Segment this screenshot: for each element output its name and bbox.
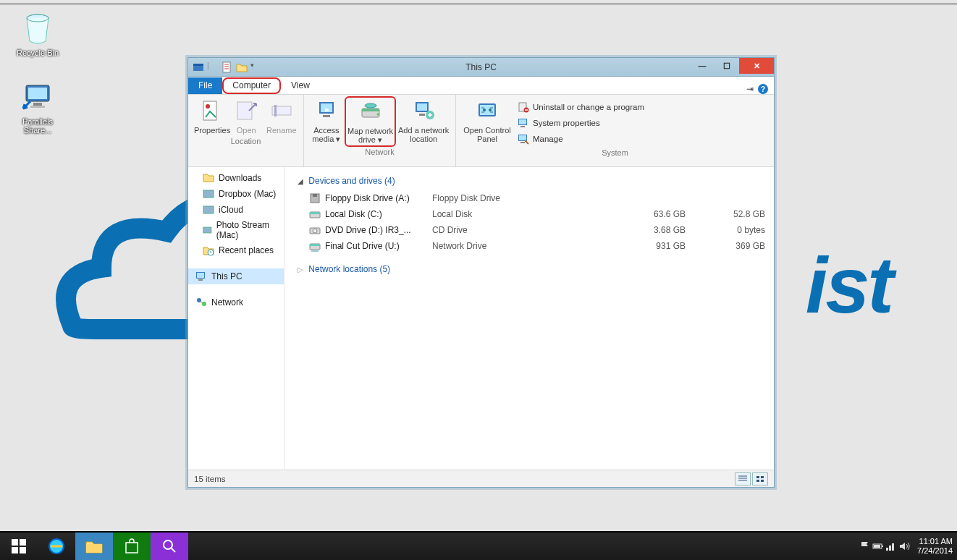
- nav-network[interactable]: Network: [188, 294, 284, 310]
- minimize-ribbon-icon[interactable]: ⇥: [746, 84, 754, 94]
- system-properties-button[interactable]: System properties: [515, 116, 646, 130]
- properties-button[interactable]: Properties: [194, 98, 227, 135]
- folder-icon: [203, 224, 212, 236]
- tab-file[interactable]: File: [188, 77, 222, 94]
- clock-time: 11:01 AM: [917, 537, 953, 546]
- uninstall-program-button[interactable]: Uninstall or change a program: [515, 100, 646, 114]
- nav-downloads[interactable]: Downloads: [188, 170, 284, 186]
- view-details-button[interactable]: [735, 472, 751, 485]
- nav-dropbox[interactable]: Dropbox (Mac): [188, 186, 284, 202]
- this-pc-icon: [195, 271, 207, 282]
- svg-rect-70: [886, 548, 888, 551]
- svg-rect-48: [313, 194, 317, 197]
- help-icon[interactable]: ?: [758, 84, 768, 94]
- group-netloc-header[interactable]: ▷ Network locations (5): [293, 261, 765, 279]
- tab-computer[interactable]: Computer: [222, 77, 281, 94]
- drive-size: 63.6 GB: [606, 209, 686, 219]
- explorer-window: | ▾ This PC — ☐ ✕ File Computer View ⇥: [187, 57, 775, 488]
- taskbar-store[interactable]: [113, 533, 151, 560]
- label: Uninstall or change a program: [533, 103, 644, 111]
- svg-rect-58: [761, 480, 764, 482]
- taskbar-clock[interactable]: 11:01 AM 7/24/2014: [911, 537, 953, 556]
- svg-point-66: [164, 540, 172, 549]
- open-button[interactable]: Open: [230, 98, 263, 135]
- nav-recent[interactable]: Recent places: [188, 242, 284, 258]
- svg-point-27: [483, 109, 486, 111]
- start-button[interactable]: [0, 533, 38, 560]
- open-control-panel-button[interactable]: Open Control Panel: [462, 98, 513, 143]
- svg-rect-72: [892, 543, 894, 551]
- svg-rect-40: [203, 227, 211, 233]
- svg-rect-50: [310, 212, 320, 214]
- nav-icloud[interactable]: iCloud: [188, 202, 284, 218]
- desktop-icon-parallels[interactable]: Parallels Share...: [9, 80, 67, 135]
- tray-volume-icon[interactable]: [898, 540, 910, 552]
- drive-row[interactable]: DVD Drive (D:) IR3_... CD Drive 3.68 GB …: [293, 222, 765, 238]
- svg-rect-39: [203, 206, 214, 213]
- svg-rect-54: [310, 244, 320, 246]
- maximize-button[interactable]: ☐: [714, 58, 739, 74]
- tab-view[interactable]: View: [281, 77, 320, 94]
- status-bar: 15 items: [188, 470, 774, 487]
- ribbon: Properties Open Rename Location: [188, 95, 774, 167]
- titlebar[interactable]: | ▾ This PC — ☐ ✕: [188, 58, 774, 77]
- desktop-icon-recycle-bin[interactable]: Recycle Bin: [9, 11, 67, 57]
- map-network-drive-button[interactable]: Map network drive ▾: [345, 96, 397, 147]
- taskbar-explorer[interactable]: [75, 533, 113, 560]
- ribbon-group-location: Properties Open Rename Location: [188, 95, 304, 166]
- taskbar-search[interactable]: [151, 533, 188, 560]
- svg-rect-23: [419, 114, 425, 116]
- tray-flag-icon[interactable]: [859, 540, 871, 552]
- group-label: Network: [310, 145, 450, 156]
- desktop-icon-label: Parallels Share...: [9, 117, 67, 135]
- label: Properties: [194, 126, 227, 135]
- ribbon-group-system: Open Control Panel Uninstall or change a…: [456, 95, 774, 166]
- drive-free: 0 bytes: [686, 225, 765, 235]
- taskbar: 11:01 AM 7/24/2014: [0, 531, 957, 560]
- svg-rect-56: [761, 476, 764, 478]
- drive-free: 369 GB: [686, 241, 765, 251]
- drive-row[interactable]: Local Disk (C:) Local Disk 63.6 GB 52.8 …: [293, 206, 765, 222]
- group-devices-header[interactable]: ◢ Devices and drives (4): [293, 173, 765, 190]
- label: Photo Stream (Mac): [216, 220, 278, 240]
- access-media-button[interactable]: Access media ▾: [310, 98, 343, 144]
- view-icons-button[interactable]: [752, 472, 768, 485]
- label: System properties: [533, 119, 600, 127]
- nav-this-pc[interactable]: This PC: [188, 268, 284, 284]
- drive-name: Final Cut Drive (U:): [325, 241, 432, 251]
- svg-rect-22: [417, 103, 427, 111]
- tray-network-icon[interactable]: [885, 540, 897, 552]
- label: Add a network location: [397, 126, 450, 143]
- floppy-icon: [309, 192, 321, 204]
- add-network-location-button[interactable]: Add a network location: [397, 98, 450, 143]
- svg-rect-43: [197, 273, 204, 278]
- network-icon: [195, 297, 207, 308]
- nav-photostream[interactable]: Photo Stream (Mac): [188, 218, 284, 242]
- search-icon: [161, 538, 177, 554]
- label: Dropbox (Mac): [219, 189, 276, 199]
- rename-button[interactable]: Rename: [266, 98, 298, 135]
- manage-button[interactable]: Manage: [515, 132, 646, 146]
- close-button[interactable]: ✕: [739, 58, 774, 74]
- svg-rect-69: [874, 545, 880, 548]
- svg-point-20: [365, 103, 376, 108]
- svg-rect-64: [86, 544, 102, 553]
- svg-rect-61: [12, 547, 18, 553]
- svg-rect-62: [20, 547, 26, 553]
- svg-rect-16: [323, 115, 330, 117]
- label: Network locations (5): [308, 264, 390, 274]
- drive-row[interactable]: Final Cut Drive (U:) Network Drive 931 G…: [293, 238, 765, 254]
- svg-point-19: [376, 114, 379, 116]
- tray-battery-icon[interactable]: [872, 540, 884, 552]
- drive-row[interactable]: Floppy Disk Drive (A:) Floppy Disk Drive: [293, 190, 765, 206]
- drive-size: 3.68 GB: [606, 225, 686, 235]
- label: This PC: [211, 271, 243, 281]
- drive-type: CD Drive: [432, 225, 606, 235]
- minimize-button[interactable]: —: [690, 58, 714, 74]
- svg-rect-31: [525, 109, 528, 110]
- store-icon: [124, 538, 140, 554]
- svg-rect-18: [362, 109, 379, 111]
- taskbar-ie[interactable]: [38, 533, 75, 560]
- collapse-arrow-icon: ◢: [298, 177, 303, 185]
- ribbon-tabs: File Computer View ⇥ ?: [188, 77, 774, 95]
